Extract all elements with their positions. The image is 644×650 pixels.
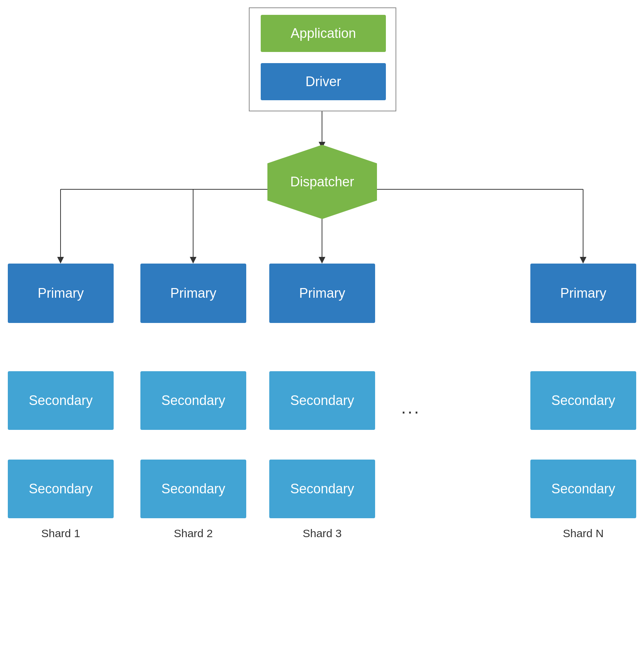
dispatcher-label: Dispatcher: [290, 174, 354, 190]
shard-1-text: Shard 1: [41, 527, 80, 539]
primary-box-2: Primary: [140, 264, 246, 323]
secondary-label-2b: Secondary: [161, 481, 225, 497]
secondary-label-1b: Secondary: [29, 481, 92, 497]
shard-label-1: Shard 1: [8, 527, 114, 540]
shard-label-n: Shard N: [530, 527, 636, 540]
primary-label-1: Primary: [38, 285, 84, 301]
app-driver-container: Application Driver: [249, 7, 396, 111]
primary-label-3: Primary: [299, 285, 345, 301]
shard-n-text: Shard N: [563, 527, 604, 539]
dots-text: ...: [401, 398, 420, 417]
ellipsis: ...: [401, 397, 420, 418]
shard-label-2: Shard 2: [140, 527, 246, 540]
secondary-box-1b: Secondary: [8, 460, 114, 518]
secondary-label-2a: Secondary: [161, 393, 225, 408]
primary-label-n: Primary: [560, 285, 606, 301]
svg-marker-12: [580, 257, 586, 264]
shard-3-text: Shard 3: [303, 527, 342, 539]
secondary-label-na: Secondary: [551, 393, 615, 408]
primary-box-n: Primary: [530, 264, 636, 323]
secondary-label-nb: Secondary: [551, 481, 615, 497]
secondary-box-2b: Secondary: [140, 460, 246, 518]
secondary-label-3a: Secondary: [290, 393, 354, 408]
driver-label: Driver: [306, 74, 341, 89]
shard-2-text: Shard 2: [174, 527, 213, 539]
secondary-label-1a: Secondary: [29, 393, 92, 408]
driver-box: Driver: [261, 63, 386, 100]
secondary-box-3a: Secondary: [269, 371, 375, 430]
secondary-box-nb: Secondary: [530, 460, 636, 518]
dispatcher-hexagon: Dispatcher: [267, 145, 377, 219]
shard-label-3: Shard 3: [269, 527, 375, 540]
application-label: Application: [290, 26, 356, 41]
primary-label-2: Primary: [170, 285, 217, 301]
secondary-label-3b: Secondary: [290, 481, 354, 497]
diagram: Application Driver Dispatcher Primary Se…: [0, 0, 644, 650]
secondary-box-2a: Secondary: [140, 371, 246, 430]
secondary-box-na: Secondary: [530, 371, 636, 430]
primary-box-3: Primary: [269, 264, 375, 323]
secondary-box-1a: Secondary: [8, 371, 114, 430]
primary-box-1: Primary: [8, 264, 114, 323]
svg-marker-4: [57, 257, 64, 264]
svg-marker-7: [190, 257, 196, 264]
secondary-box-3b: Secondary: [269, 460, 375, 518]
application-box: Application: [261, 15, 386, 52]
svg-marker-9: [319, 257, 325, 264]
